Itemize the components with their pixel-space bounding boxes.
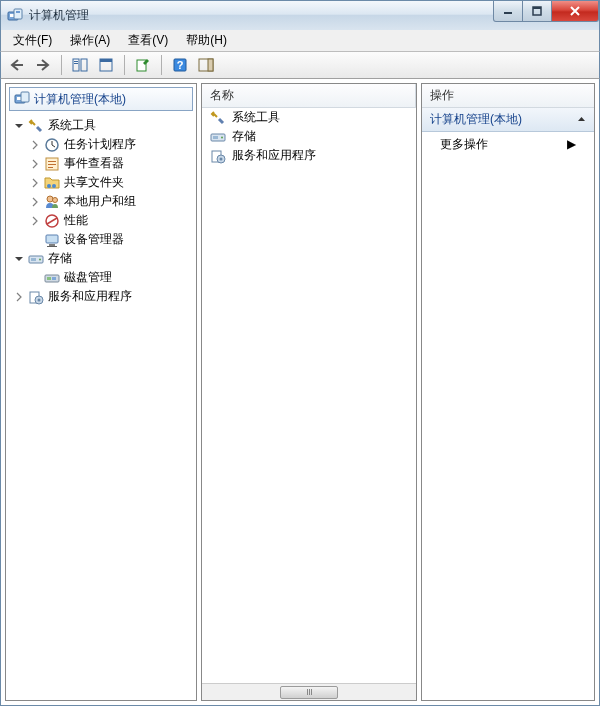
tree-node-shared-folders[interactable]: 共享文件夹 — [6, 173, 196, 192]
tree-label: 存储 — [48, 250, 72, 267]
expand-icon[interactable] — [28, 195, 42, 209]
expand-icon[interactable] — [28, 138, 42, 152]
show-action-pane-button[interactable] — [194, 53, 218, 77]
tree-label: 磁盘管理 — [64, 269, 112, 286]
list-item-system-tools[interactable]: 系统工具 — [202, 108, 416, 127]
disk-icon — [44, 270, 60, 286]
nav-back-button[interactable] — [5, 53, 29, 77]
close-button[interactable] — [551, 1, 599, 22]
svg-rect-9 — [74, 61, 78, 62]
nav-forward-button[interactable] — [31, 53, 55, 77]
svg-rect-38 — [47, 277, 51, 280]
svg-rect-45 — [213, 136, 218, 139]
tree-label: 系统工具 — [48, 117, 96, 134]
storage-icon — [28, 251, 44, 267]
expand-icon[interactable] — [28, 176, 42, 190]
properties-icon — [98, 57, 114, 73]
toolbar-separator — [161, 55, 162, 75]
event-icon — [44, 156, 60, 172]
panes-icon — [72, 57, 88, 73]
export-icon — [135, 57, 151, 73]
app-icon — [7, 8, 23, 24]
help-icon: ? — [172, 57, 188, 73]
actions-header: 操作 — [422, 84, 594, 108]
tree-node-device-manager[interactable]: 设备管理器 — [6, 230, 196, 249]
tree-node-storage[interactable]: 存储 — [6, 249, 196, 268]
expand-icon[interactable] — [28, 157, 42, 171]
column-header-name[interactable]: 名称 — [202, 84, 416, 107]
svg-rect-36 — [31, 258, 36, 261]
svg-point-26 — [47, 184, 51, 188]
list-body: 系统工具 存储 服务和应用程序 — [202, 108, 416, 683]
services-icon — [210, 148, 226, 164]
expand-icon[interactable] — [28, 214, 42, 228]
tree-node-performance[interactable]: 性能 — [6, 211, 196, 230]
device-icon — [44, 232, 60, 248]
tree-node-disk-management[interactable]: 磁盘管理 — [6, 268, 196, 287]
tree-label: 设备管理器 — [64, 231, 124, 248]
tree-root-header[interactable]: 计算机管理(本地) — [9, 87, 193, 111]
show-hide-tree-button[interactable] — [68, 53, 92, 77]
action-pane-icon — [198, 57, 214, 73]
tree-node-system-tools[interactable]: 系统工具 — [6, 116, 196, 135]
menubar: 文件(F) 操作(A) 查看(V) 帮助(H) — [0, 30, 600, 51]
list-item-services[interactable]: 服务和应用程序 — [202, 146, 416, 165]
help-button[interactable]: ? — [168, 53, 192, 77]
list-item-label: 服务和应用程序 — [232, 147, 316, 164]
tree-node-services[interactable]: 服务和应用程序 — [6, 287, 196, 306]
action-label: 更多操作 — [440, 136, 488, 153]
action-more-actions[interactable]: 更多操作 ▶ — [422, 132, 594, 156]
menu-view[interactable]: 查看(V) — [120, 30, 176, 51]
svg-rect-6 — [533, 7, 541, 9]
svg-rect-33 — [47, 246, 57, 247]
actions-section-header[interactable]: 计算机管理(本地) — [422, 108, 594, 132]
collapse-icon[interactable] — [12, 252, 26, 266]
svg-rect-39 — [52, 277, 56, 280]
minimize-button[interactable] — [493, 1, 523, 22]
window-titlebar: 计算机管理 — [0, 0, 600, 30]
no-expand-icon — [28, 233, 42, 247]
tree-node-local-users[interactable]: 本地用户和组 — [6, 192, 196, 211]
svg-rect-32 — [49, 244, 55, 246]
arrow-left-icon — [9, 58, 25, 72]
tree-node-event-viewer[interactable]: 事件查看器 — [6, 154, 196, 173]
svg-rect-2 — [14, 9, 22, 19]
collapse-icon[interactable] — [12, 119, 26, 133]
svg-rect-12 — [100, 59, 112, 62]
tree-body: 系统工具 任务计划程序 事件查看器 共享文件夹 本地用户和组 — [6, 114, 196, 700]
list-pane: 名称 系统工具 存储 服务和应用程序 — [201, 83, 417, 701]
arrow-right-icon — [35, 58, 51, 72]
tree-label: 共享文件夹 — [64, 174, 124, 191]
svg-rect-3 — [16, 11, 20, 13]
svg-rect-4 — [504, 12, 512, 14]
tools-icon — [210, 110, 226, 126]
list-item-label: 系统工具 — [232, 109, 280, 126]
tree-pane: 计算机管理(本地) 系统工具 任务计划程序 事件查看器 共享文件夹 — [5, 83, 197, 701]
menu-file[interactable]: 文件(F) — [5, 30, 60, 51]
svg-rect-8 — [81, 59, 87, 71]
svg-rect-20 — [21, 92, 29, 102]
svg-point-28 — [47, 196, 53, 202]
computer-icon — [14, 91, 30, 107]
minimize-icon — [503, 6, 513, 16]
menu-help[interactable]: 帮助(H) — [178, 30, 235, 51]
scrollbar-thumb[interactable] — [280, 686, 338, 699]
horizontal-scrollbar[interactable] — [202, 683, 416, 700]
svg-rect-24 — [48, 164, 56, 165]
chevron-up-icon — [577, 113, 586, 127]
svg-point-44 — [221, 136, 223, 138]
menu-action[interactable]: 操作(A) — [62, 30, 118, 51]
close-icon — [569, 6, 581, 16]
svg-text:?: ? — [177, 59, 184, 71]
export-button[interactable] — [131, 53, 155, 77]
clock-icon — [44, 137, 60, 153]
svg-rect-7 — [73, 59, 79, 71]
expand-icon[interactable] — [12, 290, 26, 304]
maximize-icon — [532, 6, 542, 16]
list-item-storage[interactable]: 存储 — [202, 127, 416, 146]
maximize-button[interactable] — [522, 1, 552, 22]
properties-button[interactable] — [94, 53, 118, 77]
actions-pane: 操作 计算机管理(本地) 更多操作 ▶ — [421, 83, 595, 701]
tree-label: 本地用户和组 — [64, 193, 136, 210]
tree-node-task-scheduler[interactable]: 任务计划程序 — [6, 135, 196, 154]
